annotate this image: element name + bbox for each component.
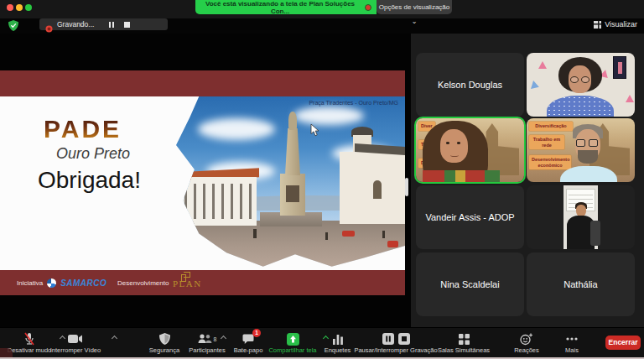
photo-church-door	[373, 180, 382, 199]
recording-dot-icon	[45, 21, 53, 29]
more-button[interactable]: Mais	[557, 332, 587, 354]
participant-tile-video-woman-glasses[interactable]	[527, 53, 635, 117]
participants-button[interactable]: 8 Participantes	[182, 332, 232, 354]
plan-brand: PLAN	[173, 278, 202, 289]
share-scrollbar[interactable]	[405, 178, 408, 196]
photo-church	[340, 152, 405, 224]
smiley-plus-icon	[520, 332, 533, 346]
breakout-rooms-label: Salas Simultâneas	[438, 346, 490, 354]
photo-cloud	[293, 107, 364, 125]
view-button[interactable]: Visualizar	[594, 20, 637, 29]
participant-tile-video-standing-man[interactable]	[527, 185, 635, 249]
participant-mouth	[450, 153, 459, 157]
shared-screen-area: PADE Ouro Preto Obrigada!	[0, 34, 411, 327]
bar-chart-icon	[333, 332, 343, 346]
breakout-rooms-button[interactable]: Salas Simultâneas	[438, 332, 490, 354]
photo-pedestrian	[253, 229, 257, 238]
presentation-slide: PADE Ouro Preto Obrigada!	[0, 70, 405, 295]
participants-label: Participantes	[189, 346, 225, 354]
participants-icon: 8	[198, 332, 217, 346]
pause-icon	[382, 333, 394, 345]
more-label: Mais	[565, 346, 579, 354]
zoom-meeting-window: Você está visualizando a tela de Plan So…	[0, 0, 644, 359]
development-block: Desenvolvimento	[117, 270, 169, 295]
reactions-button[interactable]: Reações	[508, 332, 545, 354]
screen-share-banner-text: Você está visualizando a tela de Plan So…	[195, 0, 365, 15]
window-titlebar: Você está visualizando a tela de Plan So…	[0, 0, 644, 18]
participant-name: Nathália	[564, 279, 597, 289]
participant-face	[440, 129, 468, 163]
reactions-label: Reações	[514, 346, 539, 354]
participants-panel: Kelson Douglas Diver Tr Dese	[411, 34, 644, 327]
security-label: Segurança	[149, 346, 179, 354]
participant-name: Kelson Douglas	[438, 80, 502, 90]
participant-tile-nina[interactable]: Nina Scaldelai	[416, 252, 524, 316]
pause-recording-icon[interactable]	[109, 22, 114, 28]
participants-count: 8	[214, 336, 217, 342]
participant-tile-vandeir[interactable]: Vandeir Assis - ADOP	[416, 185, 524, 249]
photo-cloud	[198, 118, 275, 140]
close-window-button[interactable]	[7, 4, 13, 11]
glasses-icon	[589, 139, 598, 147]
view-options-button[interactable]: Opções de visualização ⌄	[377, 0, 452, 14]
photo-tiradentes-statue	[288, 112, 297, 130]
pause-stop-recording-button[interactable]: Pausar/Interromper Gravação	[357, 332, 434, 354]
wall-picture-frame	[613, 56, 626, 79]
glasses-icon	[576, 139, 585, 147]
participant-beard	[578, 150, 598, 164]
mouse-cursor	[310, 124, 319, 140]
participant-tile-video-man-beard[interactable]: Diversificação Trabalho em rede Desenvol…	[527, 118, 635, 182]
photo-square-pavement	[176, 221, 405, 270]
chat-unread-badge: 1	[252, 329, 261, 337]
background-label: Desenvolvimento econômico	[529, 155, 571, 169]
share-screen-label: Compartilhar tela	[268, 346, 316, 354]
microphone-muted-icon	[23, 332, 35, 346]
development-label: Desenvolvimento	[117, 279, 169, 287]
photo-pedestrian	[325, 232, 328, 240]
minimize-window-button[interactable]	[16, 4, 23, 11]
pause-stop-recording-label: Pausar/Interromper Gravação	[354, 346, 437, 354]
polls-button[interactable]: Enquetes	[319, 332, 356, 354]
participant-shirt	[423, 170, 500, 182]
chat-button[interactable]: 1 Bate-papo	[227, 332, 269, 354]
chat-label: Bate-papo	[234, 346, 263, 354]
office-chair	[590, 221, 600, 246]
video-options-chevron-icon[interactable]	[112, 336, 117, 341]
glasses-icon	[581, 76, 589, 83]
slide-top-bar	[0, 70, 405, 96]
samarco-brand: SAMARCO	[60, 278, 106, 288]
stop-icon	[398, 333, 410, 345]
slide-body: PADE Ouro Preto Obrigada!	[0, 96, 405, 270]
glasses-icon	[570, 76, 579, 83]
participant-tile-nathalia[interactable]: Nathália	[527, 252, 635, 316]
polls-label: Enquetes	[325, 346, 351, 354]
slide-title: Obrigada!	[38, 167, 141, 194]
participant-shirt	[547, 96, 614, 117]
camera-icon	[68, 332, 83, 346]
pade-logo: PADE	[44, 115, 122, 143]
stop-video-button[interactable]: Interromper Vídeo	[48, 332, 103, 354]
record-indicator-icon	[365, 4, 371, 11]
participant-tile-kelson[interactable]: Kelson Douglas	[416, 53, 524, 117]
ellipsis-icon	[566, 332, 578, 346]
photo-red-car	[342, 231, 355, 237]
plan-logo: PLAN	[173, 272, 202, 289]
plan-logo-icon	[184, 272, 190, 278]
stop-video-label: Interromper Vídeo	[50, 346, 101, 354]
unmute-label: Desativar mudo	[8, 346, 52, 354]
stop-recording-icon[interactable]	[124, 22, 130, 28]
samarco-logo-icon	[47, 278, 56, 288]
end-meeting-button[interactable]: Encerrar	[605, 336, 641, 350]
meeting-security-shield-icon[interactable]	[8, 19, 18, 30]
recording-controls-icons	[382, 332, 410, 346]
fullscreen-window-button[interactable]	[25, 4, 32, 11]
share-screen-button[interactable]: Compartilhar tela	[266, 332, 319, 354]
meeting-toolbar: Desativar mudo Interromper Vídeo Seguran…	[0, 327, 644, 359]
security-button[interactable]: Segurança	[141, 332, 188, 354]
participant-tile-video-active-speaker[interactable]: Diver Tr Dese	[416, 118, 524, 182]
participant-name: Nina Scaldelai	[440, 279, 499, 289]
background-label: Diversificação	[529, 122, 573, 131]
grid-icon	[459, 332, 470, 346]
background-label: Trabalho em rede	[529, 135, 564, 149]
slide-photo: Praça Tiradentes - Ouro Preto/MG	[176, 96, 405, 270]
